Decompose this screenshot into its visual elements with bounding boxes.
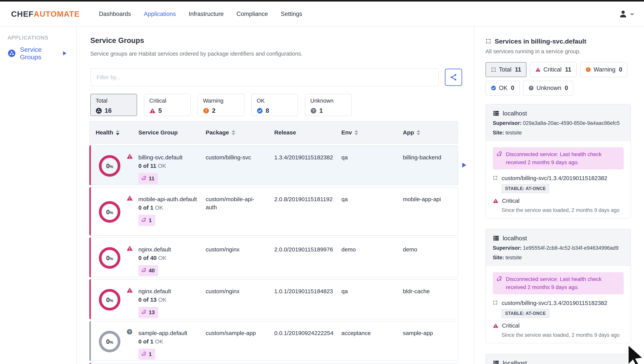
- package-cell: custom/nginx: [206, 245, 263, 253]
- critical-icon: [126, 153, 133, 160]
- env-cell: qa: [341, 195, 387, 203]
- mouse-cursor: [624, 343, 644, 364]
- filter-input[interactable]: [90, 68, 439, 86]
- host-name: localhost: [503, 359, 527, 364]
- column-release: Release: [274, 129, 296, 136]
- top-navbar: CHEFAUTOMATE Dashboards Applications Inf…: [0, 2, 644, 27]
- nav-compliance[interactable]: Compliance: [236, 11, 268, 18]
- unknown-icon: [528, 85, 534, 91]
- sort-icon[interactable]: [417, 130, 420, 135]
- pill-ok[interactable]: OK0: [486, 81, 520, 96]
- summary-label: Warning: [203, 98, 244, 104]
- service-package: custom/billing-svc/1.3.4/20190115182382: [493, 175, 624, 182]
- summary-card-total[interactable]: Total 16: [90, 94, 137, 116]
- summary-count: 1: [319, 107, 323, 114]
- service-card-body: Disconnected service: Last health check …: [486, 266, 630, 343]
- summary-card-unknown[interactable]: Unknown 1: [305, 94, 352, 116]
- service-card: localhost Supervisor: 1e95554f-2cb8-4c52…: [486, 229, 631, 343]
- service-card-header: localhost Supervisor: 1e95554f-2cb8-4c52…: [486, 229, 630, 266]
- site-line: Site: testsite: [493, 129, 624, 136]
- health-donut: 0%: [99, 155, 120, 177]
- main-content: Service Groups Service groups are Habita…: [77, 27, 474, 364]
- host-name: localhost: [503, 110, 527, 117]
- panel-subtitle: All services running in a service group.: [486, 48, 644, 55]
- sort-icon[interactable]: [232, 130, 235, 135]
- app-cell: billing-backend: [403, 153, 456, 161]
- table-row[interactable]: 0% sample-app.default 0 of 1 OK 1 custom…: [89, 321, 458, 361]
- table-row[interactable]: 0% nginx.default 0 of 40 OK 40 custom/ng…: [89, 237, 458, 277]
- open-panel-caret-icon[interactable]: [462, 163, 466, 168]
- nav-settings[interactable]: Settings: [281, 11, 302, 18]
- services-dots-icon: [486, 38, 491, 44]
- user-menu[interactable]: [619, 10, 635, 19]
- supervisor-line: Supervisor: 029a3a8a-20ac-4590-850e-9a4a…: [493, 120, 624, 127]
- app-cell: demo: [403, 245, 456, 253]
- summary-card-warning[interactable]: Warning 2: [198, 94, 244, 116]
- health-donut: 0%: [99, 201, 120, 223]
- total-icon: [96, 108, 102, 114]
- table-row-partial[interactable]: [89, 363, 458, 364]
- broken-link-icon: [142, 352, 147, 357]
- broken-link-icon: [142, 218, 147, 223]
- server-icon: [493, 110, 499, 117]
- summary-card-ok[interactable]: OK 8: [251, 94, 298, 116]
- package-dots-icon: [493, 300, 498, 305]
- disconnected-count-badge: 40: [138, 265, 158, 276]
- column-app[interactable]: App: [403, 129, 420, 136]
- sort-icon[interactable]: [116, 130, 120, 135]
- pill-total[interactable]: Total11: [486, 62, 526, 77]
- server-icon: [493, 360, 499, 364]
- summary-count: 16: [105, 107, 112, 114]
- column-package[interactable]: Package: [206, 129, 235, 136]
- warning-icon: [203, 108, 209, 114]
- package-cell: custom/nginx: [206, 287, 263, 295]
- broken-link-icon: [497, 276, 503, 282]
- service-package: custom/billing-svc/1.3.4/20190115182382: [493, 299, 624, 307]
- brand-logo[interactable]: CHEFAUTOMATE: [11, 10, 80, 19]
- column-env[interactable]: Env: [341, 129, 358, 136]
- unknown-icon: [126, 329, 133, 335]
- disconnected-alert: Disconnected service: Last health check …: [493, 147, 624, 170]
- ok-icon: [257, 108, 263, 114]
- status-since: Since the service was loaded, 2 months 9…: [502, 332, 624, 338]
- critical-icon: [126, 195, 133, 201]
- nav-infrastructure[interactable]: Infrastructure: [188, 11, 224, 18]
- pill-unknown[interactable]: Unknown0: [523, 81, 574, 96]
- channel-tag: STABLE: AT-ONCE: [502, 309, 549, 318]
- app-cell: bldr-cache: [403, 287, 456, 295]
- service-group-cell: sample-app.default 0 of 1 OK 1: [138, 329, 200, 360]
- table-row[interactable]: 0% mobile-api-auth.default 0 of 1 OK 1 c…: [89, 187, 458, 235]
- sidebar-item-service-groups[interactable]: Service Groups: [8, 46, 72, 61]
- critical-icon: [493, 198, 498, 204]
- nav-dashboards[interactable]: Dashboards: [99, 11, 131, 18]
- service-card-body: Disconnected service: Last health check …: [486, 141, 630, 218]
- service-group-name: sample-app.default: [138, 329, 200, 337]
- health-donut: 0%: [99, 289, 120, 310]
- health-summary-row: Total 16 Critical 5 Warning 2 OK 8 Unkno…: [90, 94, 474, 116]
- sort-icon[interactable]: [354, 130, 358, 135]
- column-health[interactable]: Health: [96, 129, 120, 136]
- table-header: Health Service Group Package Release Env…: [89, 121, 458, 143]
- site-line: Site: testsite: [493, 254, 624, 261]
- nav-applications[interactable]: Applications: [144, 11, 176, 18]
- share-button[interactable]: [445, 69, 462, 86]
- service-card-header: localhost Supervisor: 029a3a8a-20ac-4590…: [486, 104, 630, 141]
- summary-label: Critical: [149, 98, 190, 104]
- service-group-cell: billing-svc.default 0 of 11 OK 11: [138, 153, 200, 184]
- disconnected-count-badge: 1: [138, 215, 155, 226]
- supervisor-line: Supervisor: 1e95554f-2cb8-4c52-b34f-e946…: [493, 244, 624, 251]
- app-cell: mobile-app-api: [403, 195, 456, 203]
- critical-icon: [535, 67, 541, 72]
- sidebar: APPLICATIONS Service Groups: [0, 27, 77, 364]
- pill-critical[interactable]: Critical11: [530, 62, 577, 77]
- table-row[interactable]: 0% nginx.default 0 of 13 OK 13 custom/ng…: [89, 279, 458, 319]
- table-row[interactable]: 0% billing-svc.default 0 of 11 OK 11 cus…: [89, 145, 458, 185]
- service-group-cell: nginx.default 0 of 40 OK 40: [138, 245, 200, 276]
- summary-card-critical[interactable]: Critical 5: [144, 94, 191, 116]
- critical-icon: [126, 287, 133, 293]
- pill-warning[interactable]: Warning0: [580, 62, 628, 77]
- env-cell: acceptance: [341, 329, 387, 337]
- column-service-group: Service Group: [138, 129, 178, 136]
- service-group-name: nginx.default: [138, 287, 200, 295]
- release-cell: 1.3.4/20190115182382: [274, 153, 341, 161]
